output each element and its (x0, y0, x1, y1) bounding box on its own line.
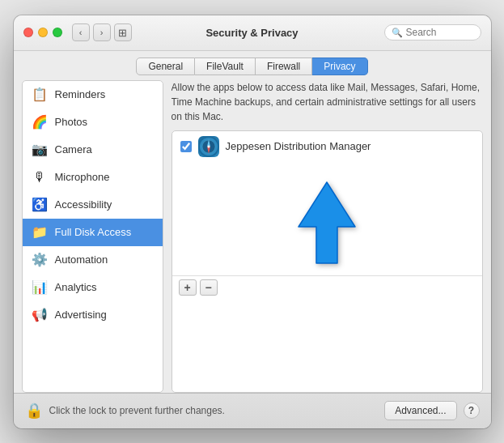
sidebar-item-automation[interactable]: ⚙️ Automation (23, 246, 163, 274)
reminders-icon: 📋 (31, 86, 49, 104)
sidebar-item-camera[interactable]: 📷 Camera (23, 136, 163, 164)
photos-icon: 🌈 (31, 113, 49, 131)
sidebar-item-full-disk-access[interactable]: 📁 Full Disk Access (23, 219, 163, 246)
sidebar-label-full-disk: Full Disk Access (55, 226, 132, 238)
sidebar-label-advertising: Advertising (55, 309, 107, 321)
sidebar-label-automation: Automation (55, 253, 108, 266)
sidebar: 📋 Reminders 🌈 Photos 📷 Camera 🎙 Micropho… (22, 80, 163, 393)
titlebar: ‹ › ⊞ Security & Privacy 🔍 (14, 15, 491, 51)
app-item-jeppesen: Jeppesen Distribution Manager (172, 131, 482, 162)
full-disk-icon: 📁 (31, 224, 49, 241)
apps-list-container: Jeppesen Distribution Manager + − (172, 130, 483, 393)
minimize-button[interactable] (38, 28, 48, 37)
sidebar-label-microphone: Microphone (55, 171, 110, 183)
advanced-button[interactable]: Advanced... (384, 401, 456, 420)
nav-buttons: ‹ › (72, 23, 111, 41)
back-button[interactable]: ‹ (72, 23, 90, 41)
main-content: 📋 Reminders 🌈 Photos 📷 Camera 🎙 Micropho… (14, 80, 491, 393)
add-app-button[interactable]: + (179, 279, 197, 296)
app-checkbox-jeppesen[interactable] (180, 141, 192, 152)
camera-icon: 📷 (31, 141, 49, 159)
svg-marker-6 (299, 182, 355, 263)
sidebar-item-reminders[interactable]: 📋 Reminders (23, 81, 163, 109)
sidebar-label-photos: Photos (55, 116, 87, 128)
sidebar-item-analytics[interactable]: 📊 Analytics (23, 274, 163, 301)
close-button[interactable] (23, 28, 33, 37)
tab-filevault[interactable]: FileVault (195, 58, 256, 75)
remove-app-button[interactable]: − (200, 279, 218, 296)
tab-privacy[interactable]: Privacy (312, 58, 367, 75)
tabs-bar: General FileVault Firewall Privacy (14, 51, 491, 80)
description-text: Allow the apps below to access data like… (172, 80, 483, 124)
app-name-jeppesen: Jeppesen Distribution Manager (226, 140, 371, 152)
search-box[interactable]: 🔍 (384, 24, 481, 40)
accessibility-icon: ♿ (31, 196, 49, 214)
lock-icon[interactable]: 🔒 (25, 402, 43, 420)
tab-firewall[interactable]: Firewall (256, 58, 312, 75)
sidebar-label-analytics: Analytics (55, 281, 97, 293)
sidebar-item-advertising[interactable]: 📢 Advertising (23, 301, 163, 329)
tab-general[interactable]: General (136, 58, 195, 75)
grid-button[interactable]: ⊞ (114, 23, 132, 41)
svg-point-5 (207, 145, 210, 147)
sidebar-label-reminders: Reminders (55, 88, 106, 100)
analytics-icon: 📊 (31, 279, 49, 296)
search-icon: 🔍 (392, 28, 403, 38)
lock-text: Click the lock to prevent further change… (49, 405, 379, 416)
sidebar-label-camera: Camera (55, 143, 92, 155)
bottom-bar: 🔒 Click the lock to prevent further chan… (14, 393, 491, 428)
right-panel: Allow the apps below to access data like… (172, 80, 483, 393)
arrow-area (172, 162, 482, 275)
forward-button[interactable]: › (93, 23, 111, 41)
advertising-icon: 📢 (31, 306, 49, 324)
sidebar-item-accessibility[interactable]: ♿ Accessibility (23, 191, 163, 219)
automation-icon: ⚙️ (31, 251, 49, 269)
sidebar-label-accessibility: Accessibility (55, 198, 112, 211)
window-title: Security & Privacy (205, 27, 298, 39)
list-controls: + − (172, 275, 482, 299)
maximize-button[interactable] (53, 28, 62, 37)
help-button[interactable]: ? (464, 403, 480, 419)
main-window: ‹ › ⊞ Security & Privacy 🔍 General FileV… (14, 15, 491, 428)
search-input[interactable] (406, 27, 471, 38)
microphone-icon: 🎙 (31, 168, 49, 186)
up-arrow (290, 178, 363, 267)
app-icon-jeppesen (198, 136, 219, 157)
sidebar-item-photos[interactable]: 🌈 Photos (23, 109, 163, 136)
sidebar-item-microphone[interactable]: 🎙 Microphone (23, 164, 163, 191)
traffic-lights (23, 28, 62, 37)
